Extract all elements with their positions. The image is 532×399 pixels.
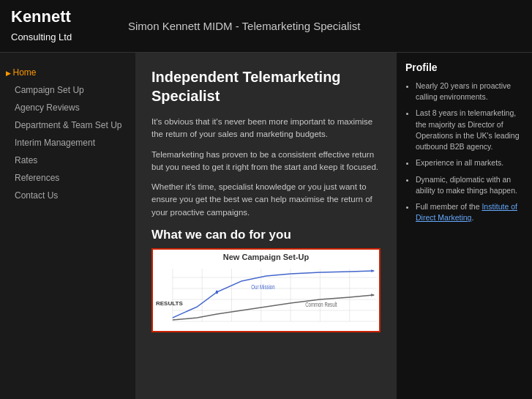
profile-bullet-1: Nearly 20 years in proactive calling env… bbox=[416, 81, 523, 102]
profile-bullet-5: Full member of the Institute of Direct M… bbox=[416, 201, 523, 223]
logo-area: Kennett Consulting Ltd bbox=[11, 8, 113, 43]
content-area: Home Campaign Set Up Agency Reviews Depa… bbox=[0, 53, 532, 399]
sidebar-item-rates[interactable]: Rates bbox=[0, 152, 135, 169]
svg-text:Common Result: Common Result bbox=[305, 301, 337, 309]
sidebar-item-contact-us[interactable]: Contact Us bbox=[0, 187, 135, 204]
sidebar: Home Campaign Set Up Agency Reviews Depa… bbox=[0, 53, 135, 399]
sidebar-item-agency-reviews[interactable]: Agency Reviews bbox=[0, 99, 135, 116]
profile-bullet-3: Experience in all markets. bbox=[416, 157, 523, 168]
page-title: Independent Telemarketing Specialist bbox=[151, 67, 381, 105]
logo-subtext: Consulting Ltd bbox=[11, 31, 72, 42]
paragraph-1: It's obvious that it's never been more i… bbox=[151, 116, 381, 141]
svg-text:Our Mission: Our Mission bbox=[251, 283, 274, 291]
main-content: Independent Telemarketing Specialist It'… bbox=[135, 53, 397, 399]
svg-point-16 bbox=[216, 290, 218, 294]
chart-title: New Campaign Set-Up bbox=[153, 250, 379, 263]
section-heading: What we can do for you bbox=[151, 228, 381, 242]
profile-bullet-4: Dynamic, diplomatic with an ability to m… bbox=[416, 174, 523, 196]
profile-panel: Profile Nearly 20 years in proactive cal… bbox=[397, 53, 532, 399]
idm-link[interactable]: Institute of Direct Marketing bbox=[416, 202, 517, 222]
sidebar-item-department-team[interactable]: Department & Team Set Up bbox=[0, 116, 135, 134]
logo-text: Kennett Consulting Ltd bbox=[11, 8, 113, 43]
svg-marker-13 bbox=[371, 294, 374, 297]
chart-results-label: RESULTS bbox=[156, 300, 183, 307]
chart-inner: RESULTS bbox=[153, 263, 379, 327]
header: Kennett Consulting Ltd Simon Kennett MID… bbox=[0, 0, 532, 53]
profile-bullet-2: Last 8 years in telemarketing, the major… bbox=[416, 108, 523, 152]
profile-title: Profile bbox=[405, 61, 523, 73]
chart-container: New Campaign Set-Up RESULTS bbox=[151, 248, 381, 332]
sidebar-item-home[interactable]: Home bbox=[0, 64, 135, 81]
sidebar-item-interim-management[interactable]: Interim Management bbox=[0, 134, 135, 152]
sidebar-item-campaign-set-up[interactable]: Campaign Set Up bbox=[0, 81, 135, 99]
paragraph-2: Telemarketing has proven to be a consist… bbox=[151, 149, 381, 174]
svg-marker-12 bbox=[371, 269, 374, 272]
paragraph-3: Whether it's time, specialist knowledge … bbox=[151, 181, 381, 219]
sidebar-item-references[interactable]: References bbox=[0, 169, 135, 187]
chart-svg: Our Mission Common Result bbox=[153, 263, 379, 327]
profile-list: Nearly 20 years in proactive calling env… bbox=[405, 81, 523, 223]
header-tagline: Simon Kennett MIDM - Telemarketing Speci… bbox=[128, 20, 360, 32]
